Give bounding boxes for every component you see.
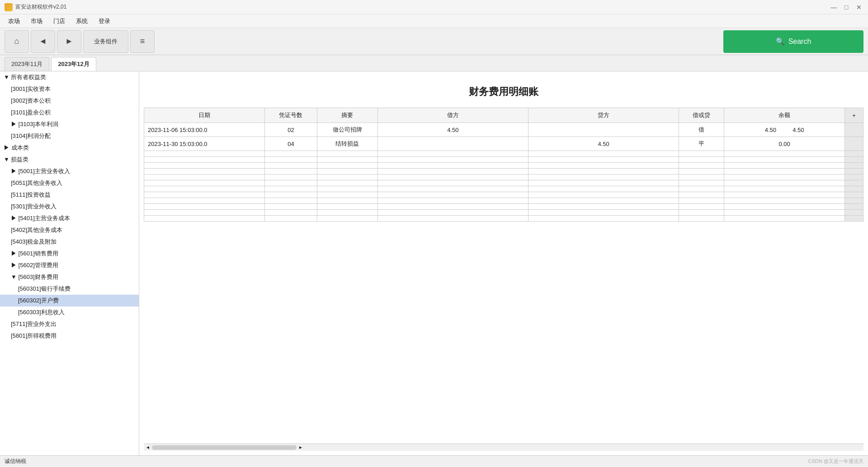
ledger-table: 日期 凭证号数 摘要 借方 贷方 借或贷 余额 + 2023-11-06 15:… xyxy=(144,108,863,222)
row1-dc: 借 xyxy=(679,123,724,137)
sidebar-item-560302[interactable]: [560302]开户费 xyxy=(0,295,139,307)
search-label: Search xyxy=(788,38,811,46)
sidebar-item-5603[interactable]: ▼ [5603]财务费用 xyxy=(0,271,139,283)
sidebar: ▼ 所有者权益类 [3001]实收资本 [3002]资本公积 [3101]盈余公… xyxy=(0,71,139,455)
watermark-text: CSDN @又是一年通流天 xyxy=(808,458,863,465)
maximize-button[interactable]: □ xyxy=(842,3,851,12)
business-label: 业务组件 xyxy=(94,38,118,46)
search-icon: 🔍 xyxy=(776,37,785,46)
back-button[interactable]: ◄ xyxy=(31,30,55,53)
row2-dc: 平 xyxy=(679,137,724,151)
titlebar: 富安达财税软件v2,01 — □ ✕ xyxy=(0,0,868,14)
col-header-dc: 借或贷 xyxy=(679,108,724,123)
sidebar-item-cost-category[interactable]: ▶ 成本类 xyxy=(0,142,139,154)
app-icon xyxy=(5,3,13,11)
forward-button[interactable]: ► xyxy=(57,30,81,53)
table-row-empty xyxy=(144,163,863,169)
table-row-empty xyxy=(144,192,863,198)
statusbar: 诚信纳税 CSDN @又是一年通流天 xyxy=(0,455,868,467)
row2-debit xyxy=(377,137,528,151)
table-row: 2023-11-30 15:03:00.0 04 结转损益 4.50 平 0.0… xyxy=(144,137,863,151)
sidebar-item-5601[interactable]: ▶ [5601]销售费用 xyxy=(0,248,139,259)
row1-plus xyxy=(844,123,863,137)
scroll-right-icon[interactable]: ► xyxy=(298,445,303,450)
row2-credit: 4.50 xyxy=(528,137,679,151)
home-button[interactable]: ⌂ xyxy=(5,30,29,53)
table-row-empty xyxy=(144,204,863,210)
horizontal-scrollbar[interactable]: ◄ ► xyxy=(144,443,863,451)
row2-date: 2023-11-30 15:03:00.0 xyxy=(144,137,265,151)
sidebar-item-5602[interactable]: ▶ [5602]管理费用 xyxy=(0,259,139,271)
back-icon: ◄ xyxy=(39,37,47,46)
menu-market[interactable]: 市场 xyxy=(26,15,47,27)
sidebar-item-5711[interactable]: [5711]营业外支出 xyxy=(0,318,139,330)
table-row: 2023-11-06 15:03:00.0 02 做公司招牌 4.50 借 4.… xyxy=(144,123,863,137)
tabs: 2023年11月 2023年12月 xyxy=(0,55,868,71)
table-row-empty xyxy=(144,216,863,222)
row2-voucher: 04 xyxy=(264,137,317,151)
ledger-title: 财务费用明细账 xyxy=(144,85,863,99)
row2-desc: 结转损益 xyxy=(317,137,377,151)
search-button[interactable]: 🔍 Search xyxy=(723,30,863,53)
sidebar-item-pl-category[interactable]: ▼ 损益类 xyxy=(0,154,139,165)
menu-farm[interactable]: 农场 xyxy=(4,15,24,27)
business-button[interactable]: 业务组件 xyxy=(83,30,128,53)
table-row-empty xyxy=(144,175,863,180)
menu-store[interactable]: 门店 xyxy=(49,15,70,27)
menu-login[interactable]: 登录 xyxy=(94,15,115,27)
menu-icon: ≡ xyxy=(140,37,145,46)
col-header-credit: 贷方 xyxy=(528,108,679,123)
minimize-button[interactable]: — xyxy=(829,3,838,12)
sidebar-item-3002[interactable]: [3002]资本公积 xyxy=(0,95,139,107)
sidebar-item-560303[interactable]: [560303]利息收入 xyxy=(0,307,139,318)
sidebar-item-5301[interactable]: [5301]营业外收入 xyxy=(0,201,139,212)
table-row-empty xyxy=(144,186,863,192)
col-header-debit: 借方 xyxy=(377,108,528,123)
sidebar-item-5051[interactable]: [5051]其他业务收入 xyxy=(0,177,139,189)
sidebar-item-5401[interactable]: ▶ [5401]主营业务成本 xyxy=(0,212,139,224)
toolbar: ⌂ ◄ ► 业务组件 ≡ 🔍 Search xyxy=(0,28,868,55)
col-header-desc: 摘要 xyxy=(317,108,377,123)
menubar: 农场 市场 门店 系统 登录 xyxy=(0,14,868,28)
add-column-button[interactable]: + xyxy=(844,108,863,123)
row1-balance: 4.50 4.50 xyxy=(724,123,845,137)
table-row-empty xyxy=(144,169,863,175)
col-header-date: 日期 xyxy=(144,108,265,123)
main-layout: ▼ 所有者权益类 [3001]实收资本 [3002]资本公积 [3101]盈余公… xyxy=(0,71,868,455)
sidebar-item-3103[interactable]: ▶ [3103]本年利润 xyxy=(0,118,139,130)
menu-system[interactable]: 系统 xyxy=(71,15,92,27)
window-controls: — □ ✕ xyxy=(829,3,863,12)
home-icon: ⌂ xyxy=(14,37,19,46)
menu-button[interactable]: ≡ xyxy=(130,30,155,53)
scroll-thumb[interactable] xyxy=(152,445,297,450)
sidebar-item-5403[interactable]: [5403]税金及附加 xyxy=(0,236,139,248)
scroll-left-icon[interactable]: ◄ xyxy=(146,445,150,450)
table-row-empty xyxy=(144,198,863,204)
sidebar-item-3001[interactable]: [3001]实收资本 xyxy=(0,83,139,95)
sidebar-item-5001[interactable]: ▶ [5001]主营业务收入 xyxy=(0,165,139,177)
row1-debit: 4.50 xyxy=(377,123,528,137)
sidebar-item-5111[interactable]: [5111]投资收益 xyxy=(0,189,139,201)
sidebar-item-5402[interactable]: [5402]其他业务成本 xyxy=(0,224,139,236)
tab-nov[interactable]: 2023年11月 xyxy=(5,57,49,71)
content-area: 财务费用明细账 日期 凭证号数 摘要 借方 贷方 借或贷 余额 + xyxy=(139,71,868,455)
tab-dec[interactable]: 2023年12月 xyxy=(51,57,96,71)
sidebar-item-3101[interactable]: [3101]盈余公积 xyxy=(0,107,139,118)
table-row-empty xyxy=(144,180,863,186)
row2-balance: 0.00 xyxy=(724,137,845,151)
table-row-empty xyxy=(144,157,863,163)
ledger-table-wrapper: 日期 凭证号数 摘要 借方 贷方 借或贷 余额 + 2023-11-06 15:… xyxy=(144,108,863,443)
row1-desc: 做公司招牌 xyxy=(317,123,377,137)
sidebar-item-560301[interactable]: [560301]银行手续费 xyxy=(0,283,139,295)
forward-icon: ► xyxy=(65,37,73,46)
table-row-empty xyxy=(144,151,863,157)
row1-date: 2023-11-06 15:03:00.0 xyxy=(144,123,265,137)
table-row-empty xyxy=(144,210,863,216)
sidebar-item-equity-category[interactable]: ▼ 所有者权益类 xyxy=(0,71,139,83)
row1-credit xyxy=(528,123,679,137)
sidebar-item-5801[interactable]: [5801]所得税费用 xyxy=(0,330,139,342)
app-title: 富安达财税软件v2,01 xyxy=(15,3,66,11)
close-button[interactable]: ✕ xyxy=(854,3,863,12)
sidebar-item-3104[interactable]: [3104]利润分配 xyxy=(0,130,139,142)
col-header-balance: 余额 xyxy=(724,108,845,123)
